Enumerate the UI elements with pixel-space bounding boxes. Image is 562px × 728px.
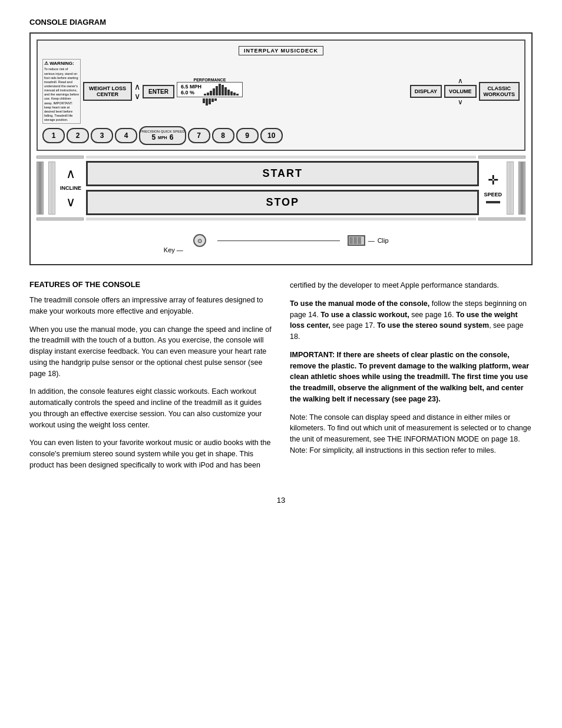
bar-7	[222, 85, 224, 95]
center-rail-1	[86, 156, 476, 159]
enter-button[interactable]: ENTER	[143, 85, 174, 98]
right-para-2: To use the manual mode of the console, f…	[290, 298, 533, 342]
key-dash-icon: —	[177, 246, 183, 253]
stop-button[interactable]: STOP	[86, 190, 479, 215]
left-rail-2	[37, 218, 84, 220]
main-console-body: ∧ INCLINE ∨ START STOP ✛ SPEED	[37, 161, 525, 215]
clip-label: Clip	[378, 237, 389, 244]
key-7-label: 7	[197, 131, 201, 140]
speed-down-bar[interactable]	[486, 201, 500, 203]
performance-section: PERFORMANCE 6.5 MPH 6.0 %	[177, 78, 243, 106]
bottom-bar-1	[203, 98, 205, 103]
volume-up-icon[interactable]: ∧	[458, 77, 463, 85]
key-10-label: 10	[267, 131, 275, 140]
rail-section-2	[37, 218, 525, 220]
incline-down-button[interactable]: ∨	[66, 195, 75, 210]
bar-4	[213, 88, 215, 95]
interplay-label: INTERPLAY MUSICDECK	[239, 46, 323, 55]
grade-display: 6.0 %	[181, 90, 201, 95]
key-3-label: 3	[100, 131, 104, 140]
speed-up-button[interactable]: ✛	[488, 173, 498, 188]
right-side-rail-2	[507, 162, 514, 215]
incline-label: INCLINE	[60, 185, 81, 191]
enter-label: ENTER	[148, 88, 168, 95]
mph-label: MPH	[158, 136, 167, 140]
right-para-2-bold-2: To use a classic workout,	[320, 311, 409, 319]
classic-workouts-button[interactable]: CLASSICWORKOUTS	[479, 82, 520, 101]
right-rail-1	[478, 156, 525, 159]
performance-label: PERFORMANCE	[193, 78, 226, 82]
weight-loss-center-button[interactable]: WEIGHT LOSSCENTER	[83, 82, 132, 101]
bottom-bar-3	[209, 98, 211, 104]
right-para-2-text-3: see page 17.	[330, 321, 375, 330]
right-para-4-note: Note: The console can display speed and …	[290, 412, 533, 456]
speed-display: 6.5 MPH	[181, 84, 201, 90]
bottom-bar-2	[206, 98, 208, 106]
left-column: FEATURES OF THE CONSOLE The treadmill co…	[29, 280, 272, 478]
key-2-button[interactable]: 2	[67, 128, 89, 143]
key-7-button[interactable]: 7	[188, 128, 210, 143]
key-label-area: Key —	[164, 246, 183, 253]
display-label: DISPLAY	[415, 88, 437, 94]
key-10-button[interactable]: 10	[260, 128, 283, 143]
key-1-label: 1	[52, 131, 56, 140]
bottom-bar-row	[203, 98, 217, 106]
key-clip-section: ⊙ Key — — Clip	[37, 223, 525, 258]
bar-graph	[204, 84, 239, 95]
key-5-label: 5	[151, 133, 156, 141]
key-5-inner: 5 MPH 6	[151, 133, 173, 141]
volume-label: VOLUME	[449, 88, 472, 94]
key-3-button[interactable]: 3	[91, 128, 113, 143]
bar-11	[233, 93, 236, 95]
bar-12	[236, 94, 239, 95]
start-button[interactable]: START	[86, 161, 479, 186]
key-9-label: 9	[245, 131, 249, 140]
incline-up-button[interactable]: ∧	[66, 166, 75, 182]
bottom-bar-5	[214, 98, 217, 101]
performance-display: 6.5 MPH 6.0 %	[177, 82, 243, 97]
warning-label: WARNING:	[49, 61, 74, 66]
diagram-container: INTERPLAY MUSICDECK ⚠ WARNING: To reduce…	[29, 32, 533, 265]
bar-6	[219, 84, 221, 95]
key-2-label: 2	[76, 131, 80, 140]
center-rail-2	[86, 218, 476, 220]
bar-8	[224, 87, 227, 95]
number-keys-row: 1 2 3 4 PRECISION QUICK SPEED 5 MPH 6 7 …	[42, 126, 520, 145]
right-column: certified by the developer to meet Apple…	[290, 280, 533, 478]
warning-box: ⚠ WARNING: To reduce risk of serious inj…	[42, 59, 81, 124]
key-5-button[interactable]: PRECISION QUICK SPEED 5 MPH 6	[139, 126, 186, 145]
right-para-2-text-2: see page 16.	[409, 311, 454, 319]
console-top-row: ⚠ WARNING: To reduce risk of serious inj…	[42, 59, 520, 124]
display-button[interactable]: DISPLAY	[410, 85, 442, 98]
bar-9	[227, 90, 230, 95]
features-para-1: The treadmill console offers an impressi…	[29, 295, 272, 317]
clip-inner-1	[349, 237, 353, 244]
start-label: START	[262, 167, 303, 179]
key-6-label: 6	[170, 133, 174, 141]
rail-section-1	[37, 156, 525, 159]
key-9-button[interactable]: 9	[236, 128, 259, 143]
right-rail-2	[478, 218, 525, 220]
bar-10	[230, 91, 233, 95]
clip-inner-2	[353, 237, 357, 244]
right-side-rail	[518, 162, 525, 215]
key-4-button[interactable]: 4	[115, 128, 137, 143]
console-incline-arrows[interactable]: ∧ ∨	[134, 82, 140, 101]
key-label: Key	[164, 246, 175, 253]
right-para-1: certified by the developer to meet Apple…	[290, 280, 533, 291]
right-para-2-bold-1: To use the manual mode of the console,	[290, 299, 429, 308]
key-1-button[interactable]: 1	[42, 128, 65, 143]
left-rail-1	[37, 156, 84, 159]
clip-dash-icon: —	[368, 237, 375, 244]
clip-box	[348, 235, 365, 246]
left-side-rail-2	[48, 162, 55, 215]
volume-control: ∧ VOLUME ∨	[444, 77, 477, 106]
stop-label: STOP	[266, 196, 299, 208]
incline-up-arrow-icon: ∧	[134, 82, 140, 91]
volume-down-icon[interactable]: ∨	[458, 98, 463, 106]
key-8-button[interactable]: 8	[212, 128, 234, 143]
bar-2	[207, 93, 209, 95]
features-section: FEATURES OF THE CONSOLE The treadmill co…	[29, 280, 533, 478]
volume-button[interactable]: VOLUME	[444, 85, 477, 98]
right-para-2-bold-4: To use the stereo sound system	[377, 321, 489, 330]
